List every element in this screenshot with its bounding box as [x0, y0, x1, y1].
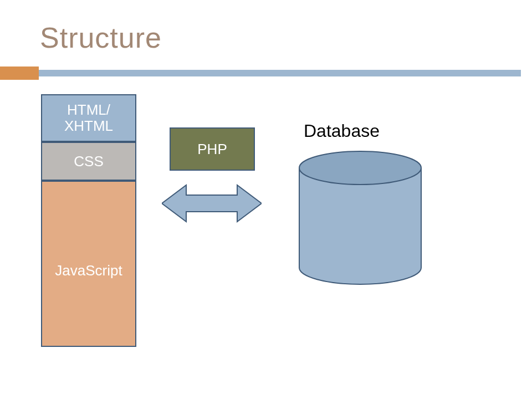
page-title: Structure: [40, 21, 162, 54]
stack-html-box: HTML/XHTML: [41, 94, 136, 142]
stack-js-box: JavaScript: [41, 181, 136, 347]
double-arrow-icon: [162, 183, 262, 224]
php-label: PHP: [197, 141, 227, 158]
database-cylinder-icon: [294, 149, 427, 287]
frontend-stack: HTML/XHTML CSS JavaScript: [41, 94, 136, 347]
stack-css-label: CSS: [74, 154, 103, 170]
stack-css-box: CSS: [41, 142, 136, 181]
title-rule-line: [39, 70, 521, 76]
svg-marker-0: [162, 185, 262, 222]
stack-js-label: JavaScript: [55, 263, 122, 279]
database-label: Database: [304, 121, 380, 141]
svg-point-1: [299, 151, 421, 185]
title-rule-accent: [0, 66, 39, 80]
php-box: PHP: [170, 127, 255, 171]
stack-html-label: HTML/XHTML: [64, 102, 113, 134]
